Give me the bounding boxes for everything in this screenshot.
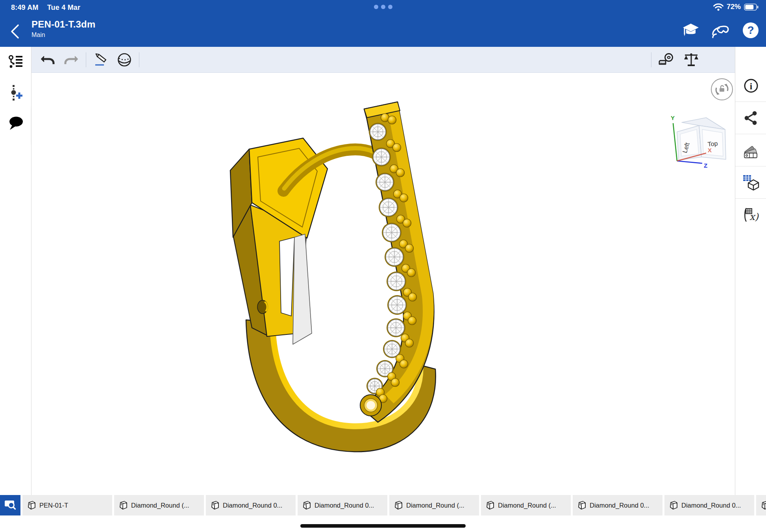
block-tab-label: Diamond_Round 0... bbox=[590, 502, 649, 509]
block-cube-icon bbox=[118, 500, 128, 510]
left-sidebar bbox=[0, 47, 31, 495]
measure-tape-icon[interactable] bbox=[658, 51, 676, 69]
block-tab-label: Diamond_Round 0... bbox=[681, 502, 741, 509]
block-tab-label: Diamond_Round 0... bbox=[223, 502, 282, 509]
view-cube[interactable]: Left Top Y Z X bbox=[661, 111, 728, 168]
block-tab-label: Diamond_Round (... bbox=[498, 502, 556, 509]
block-cube-icon bbox=[26, 500, 37, 510]
back-button[interactable] bbox=[9, 23, 23, 40]
materials-swatch-icon[interactable] bbox=[735, 134, 766, 166]
earring-model bbox=[31, 73, 735, 495]
block-tab-label: Diamond_Round 0... bbox=[315, 502, 374, 509]
home-area bbox=[0, 515, 766, 532]
svg-text:i: i bbox=[749, 81, 752, 91]
block-tab[interactable]: Diamond_Round (... bbox=[389, 495, 479, 515]
add-construction-point-icon[interactable] bbox=[0, 78, 31, 108]
block-tab-label: Diamond_Round (... bbox=[131, 502, 189, 509]
block-tab-label: PEN-01-T bbox=[39, 502, 68, 509]
home-indicator[interactable] bbox=[300, 524, 466, 528]
right-sidebar: i bbox=[735, 47, 766, 495]
unit-scale-icon[interactable] bbox=[682, 51, 700, 69]
block-tab[interactable]: Diamond_Round 0... bbox=[664, 495, 754, 515]
comment-bubble-icon[interactable] bbox=[0, 108, 31, 139]
wifi-icon bbox=[713, 3, 723, 11]
ar-view-icon[interactable] bbox=[712, 21, 730, 39]
bottom-block-bar: PEN-01-T Diamond_Round (... Diamond_Roun… bbox=[0, 495, 766, 515]
model-viewport[interactable] bbox=[31, 73, 735, 495]
expressions-fx-icon[interactable]: x) bbox=[735, 199, 766, 231]
info-icon[interactable]: i bbox=[735, 70, 766, 102]
axis-x-label: X bbox=[708, 147, 712, 153]
multitask-dots-icon[interactable] bbox=[374, 5, 392, 9]
block-tab-label: Diamond_Round (... bbox=[406, 502, 464, 509]
status-date: Tue 4 Mar bbox=[47, 4, 81, 12]
battery-icon bbox=[744, 3, 759, 11]
block-cube-icon bbox=[393, 500, 403, 510]
share-icon[interactable] bbox=[735, 102, 766, 134]
block-cube-icon bbox=[668, 500, 679, 510]
layout-name: Main bbox=[31, 31, 95, 39]
svg-text:x): x) bbox=[749, 211, 759, 222]
axis-z-label: Z bbox=[704, 162, 707, 168]
learn-graduation-cap-icon[interactable] bbox=[682, 21, 700, 39]
block-tab[interactable]: Diamond_Round 0... bbox=[573, 495, 662, 515]
block-tab[interactable]: PEN-01-T bbox=[22, 495, 112, 515]
block-cube-icon bbox=[760, 500, 766, 510]
tab-strip: PEN-01-T Diamond_Round (... Diamond_Roun… bbox=[22, 495, 766, 515]
block-search-button[interactable] bbox=[0, 495, 20, 515]
block-cube-icon bbox=[577, 500, 587, 510]
outliner-hierarchy-icon[interactable] bbox=[0, 47, 31, 78]
undo-icon[interactable] bbox=[39, 51, 57, 69]
block-tab[interactable]: Diamond_Round 0... bbox=[298, 495, 387, 515]
block-tab[interactable]: Diamond_Round (... bbox=[114, 495, 204, 515]
document-title: PEN-01-T.3dm bbox=[31, 19, 95, 30]
svg-text:?: ? bbox=[747, 24, 754, 36]
block-tab[interactable]: Diamond_Round 0... bbox=[206, 495, 296, 515]
markup-pen-icon[interactable] bbox=[92, 51, 110, 69]
block-cube-icon bbox=[485, 500, 495, 510]
axis-y-label: Y bbox=[671, 115, 675, 121]
battery-percent: 72% bbox=[727, 3, 741, 11]
help-icon[interactable]: ? bbox=[742, 21, 760, 39]
display-mode-sphere-icon[interactable] bbox=[115, 51, 133, 69]
app-header: PEN-01-T.3dm Main ? bbox=[0, 16, 766, 47]
status-bar: 8:49 AM Tue 4 Mar 72% bbox=[0, 0, 766, 16]
rotation-lock-button[interactable] bbox=[710, 78, 734, 101]
block-tab[interactable]: Diamond_Round (... bbox=[481, 495, 571, 515]
block-tab[interactable] bbox=[756, 495, 766, 515]
block-cube-icon bbox=[210, 500, 220, 510]
block-cube-icon bbox=[302, 500, 312, 510]
blocks-cube-icon[interactable] bbox=[735, 166, 766, 199]
redo-icon[interactable] bbox=[62, 51, 80, 69]
main-toolbar bbox=[31, 47, 735, 73]
status-time: 8:49 AM bbox=[11, 4, 39, 12]
